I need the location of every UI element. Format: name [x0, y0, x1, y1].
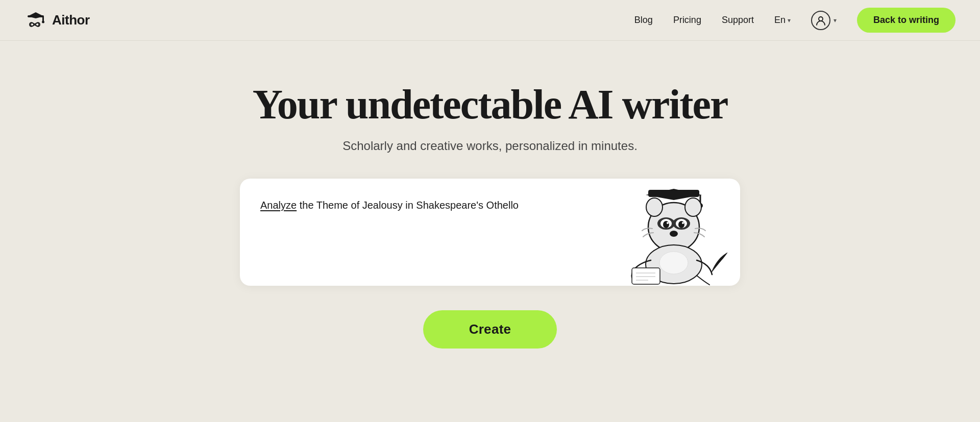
raccoon-illustration — [618, 189, 730, 286]
prompt-text: Analyze the Theme of Jealousy in Shakesp… — [260, 197, 618, 213]
prompt-underlined-word: Analyze — [260, 200, 297, 211]
language-label: En — [774, 15, 786, 26]
svg-point-22 — [670, 231, 678, 237]
svg-point-13 — [685, 198, 701, 216]
svg-point-4 — [31, 23, 34, 26]
prompt-rest: the Theme of Jealousy in Shakespeare's O… — [297, 200, 519, 211]
user-avatar-button[interactable]: ▾ — [811, 11, 837, 30]
svg-point-3 — [42, 20, 44, 23]
svg-marker-1 — [28, 12, 44, 18]
create-button[interactable]: Create — [423, 310, 557, 349]
svg-point-19 — [678, 221, 684, 228]
logo[interactable]: Aithor — [24, 9, 90, 32]
svg-point-20 — [667, 222, 669, 224]
avatar-chevron-icon: ▾ — [834, 17, 837, 24]
main-content: Your undetectable AI writer Scholarly an… — [0, 41, 980, 349]
hero-subtitle: Scholarly and creative works, personaliz… — [342, 139, 638, 153]
hero-title: Your undetectable AI writer — [253, 82, 728, 128]
svg-point-6 — [819, 17, 823, 21]
header: Aithor Blog Pricing Support En ▾ ▾ Back … — [0, 0, 980, 41]
svg-rect-24 — [632, 268, 660, 284]
language-selector[interactable]: En ▾ — [774, 15, 791, 26]
logo-text: Aithor — [52, 12, 90, 28]
back-to-writing-button[interactable]: Back to writing — [857, 8, 955, 33]
svg-point-12 — [646, 198, 663, 216]
nav-support[interactable]: Support — [722, 15, 754, 26]
logo-icon — [24, 9, 47, 32]
navigation: Blog Pricing Support En ▾ ▾ Back to writ… — [634, 8, 955, 33]
avatar-icon — [811, 11, 830, 30]
nav-pricing[interactable]: Pricing — [673, 15, 701, 26]
svg-point-18 — [663, 221, 669, 228]
svg-point-28 — [659, 252, 688, 274]
svg-point-21 — [682, 222, 684, 224]
nav-blog[interactable]: Blog — [634, 15, 653, 26]
svg-point-5 — [36, 23, 39, 26]
language-chevron-icon: ▾ — [788, 17, 791, 24]
prompt-input-card[interactable]: Analyze the Theme of Jealousy in Shakesp… — [240, 179, 740, 286]
